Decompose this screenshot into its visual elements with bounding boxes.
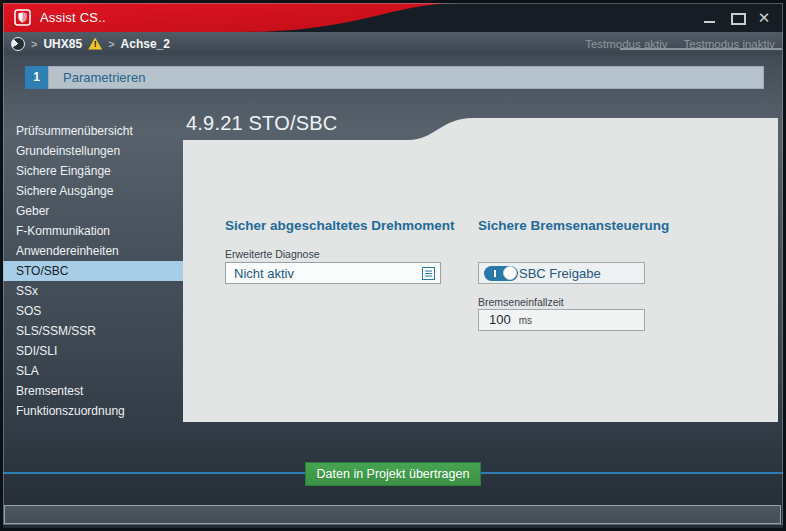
window-title: Assist CS.. [40, 10, 106, 25]
breadcrumb-separator: > [31, 38, 37, 50]
sto-section-title: Sicher abgeschaltetes Drehmoment [225, 218, 455, 233]
breadcrumb-axis[interactable]: Achse_2 [121, 37, 170, 51]
app-window: Assist CS.. ✕ > UHX85 > Achse_2 Testmodu… [0, 0, 786, 531]
minimize-button[interactable] [703, 11, 717, 25]
diagnose-dropdown[interactable]: Nicht aktiv [225, 262, 441, 284]
sidebar-item-sos[interactable]: SOS [3, 301, 183, 321]
sidebar-item-funktionszuordnung[interactable]: Funktionszuordnung [3, 401, 183, 421]
project-globe-icon[interactable] [11, 37, 25, 51]
app-shield-icon [14, 9, 31, 26]
testmode-underline [620, 48, 782, 50]
sidebar-item-anwendereinheiten[interactable]: Anwendereinheiten [3, 241, 183, 261]
sbc-toggle-label: SBC Freigabe [519, 266, 601, 281]
toggle-knob [503, 266, 517, 280]
step-number-badge[interactable]: 1 [25, 66, 48, 89]
toggle-on-mark [494, 270, 496, 277]
bottom-status-bar[interactable] [4, 505, 781, 524]
sidebar-item-f-kommunikation[interactable]: F-Kommunikation [3, 221, 183, 241]
brake-time-value: 100 [489, 310, 511, 330]
sidebar-item-sla[interactable]: SLA [3, 361, 183, 381]
panel-swoosh-decoration [183, 117, 778, 140]
diagnose-dropdown-value: Nicht aktiv [234, 266, 422, 281]
transfer-to-project-button[interactable]: Daten in Projekt übertragen [305, 462, 481, 486]
maximize-button[interactable] [730, 11, 744, 25]
content-panel: Sicher abgeschaltetes Drehmoment Erweite… [183, 140, 778, 422]
diagnose-label: Erweiterte Diagnose [225, 248, 320, 260]
sidebar-item-ssx[interactable]: SSx [3, 281, 183, 301]
breadcrumb-bar: > UHX85 > Achse_2 Testmodus aktiv Testmo… [3, 32, 783, 55]
close-button[interactable]: ✕ [757, 11, 771, 25]
sidebar-item-sichere-ausg-nge[interactable]: Sichere Ausgänge [3, 181, 183, 201]
sidebar-item-sichere-eing-nge[interactable]: Sichere Eingänge [3, 161, 183, 181]
warning-icon [88, 38, 102, 50]
title-bar: Assist CS.. ✕ [3, 3, 783, 32]
window-controls: ✕ [703, 3, 771, 32]
sidebar-item-sto-sbc[interactable]: STO/SBC [3, 261, 183, 281]
sidebar-item-pr-fsummen-bersicht[interactable]: Prüfsummenübersicht [3, 121, 183, 141]
breadcrumb-separator: > [108, 38, 114, 50]
sbc-toggle-switch[interactable] [484, 266, 518, 281]
breadcrumb: > UHX85 > Achse_2 [11, 32, 170, 55]
brake-time-input[interactable]: 100 ms [478, 309, 645, 331]
step-parametrieren-bar[interactable]: Parametrieren [48, 66, 764, 89]
sbc-toggle-field[interactable]: SBC Freigabe [478, 262, 645, 284]
brake-time-unit: ms [519, 315, 532, 326]
main-area: 1 Parametrieren PrüfsummenübersichtGrund… [3, 55, 783, 528]
brake-time-label: Bremseneinfallzeit [478, 296, 564, 308]
sidebar-item-sls-ssm-ssr[interactable]: SLS/SSM/SSR [3, 321, 183, 341]
testmode-switcher: Testmodus aktiv Testmodus inaktiv [585, 32, 775, 55]
dropdown-list-icon [422, 267, 435, 280]
sidebar-item-sdi-sli[interactable]: SDI/SLI [3, 341, 183, 361]
sidebar-item-geber[interactable]: Geber [3, 201, 183, 221]
sidebar-item-grundeinstellungen[interactable]: Grundeinstellungen [3, 141, 183, 161]
sidebar-item-bremsentest[interactable]: Bremsentest [3, 381, 183, 401]
sbc-section-title: Sichere Bremsenansteuerung [478, 218, 669, 233]
breadcrumb-device[interactable]: UHX85 [43, 37, 82, 51]
sidebar-nav: PrüfsummenübersichtGrundeinstellungenSic… [3, 121, 183, 421]
